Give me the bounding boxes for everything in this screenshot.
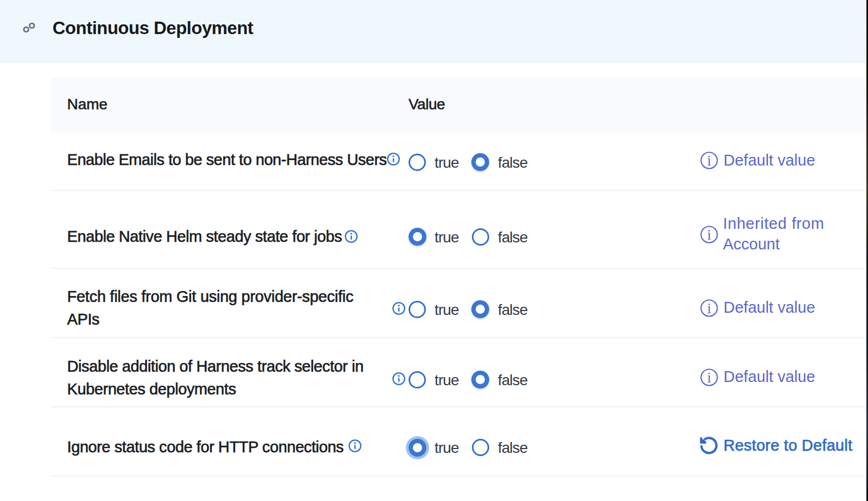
svg-text:i: i	[707, 153, 712, 169]
svg-text:i: i	[707, 370, 712, 386]
svg-text:i: i	[707, 300, 712, 317]
svg-text:i: i	[707, 227, 712, 243]
